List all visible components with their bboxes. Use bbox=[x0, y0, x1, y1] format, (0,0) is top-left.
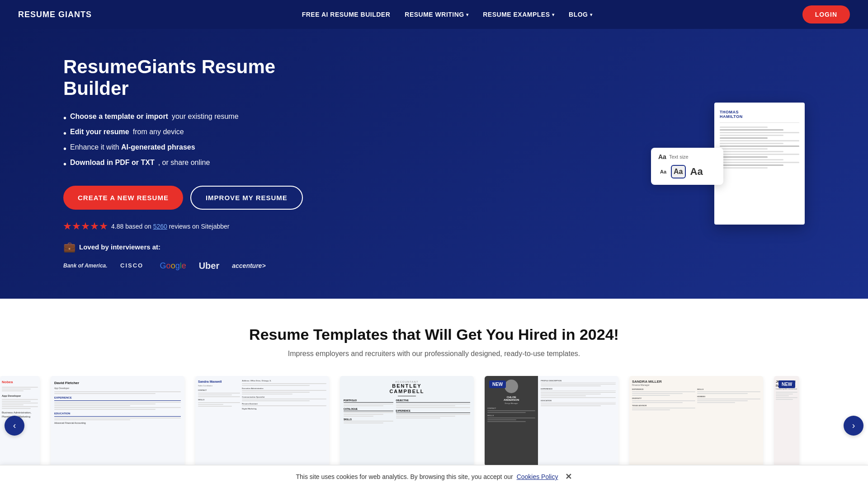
rating-link[interactable]: 5260 bbox=[153, 223, 167, 230]
nav-link-writing[interactable]: RESUME WRITING ▾ bbox=[405, 11, 468, 18]
star-2 bbox=[72, 222, 80, 230]
template-card-5[interactable]: SANDRA MILLER Finance Manager EXPERIENCE… bbox=[624, 376, 769, 466]
briefcase-icon: 💼 bbox=[63, 241, 75, 253]
star-5 bbox=[99, 222, 108, 230]
nav-link-blog[interactable]: BLOG ▾ bbox=[569, 11, 592, 18]
navigation: RESUME GIANTS FREE AI RESUME BUILDER RES… bbox=[0, 0, 868, 29]
hero-rating: 4.88 based on 5260 reviews on Sitejabber bbox=[63, 222, 316, 230]
hero-section: ResumeGiants Resume Builder Choose a tem… bbox=[0, 29, 868, 299]
templates-section: Resume Templates that Will Get You Hired… bbox=[0, 299, 868, 488]
nav-item-examples[interactable]: RESUME EXAMPLES ▾ bbox=[483, 11, 554, 18]
improve-resume-button[interactable]: IMPROVE MY RESUME bbox=[190, 186, 303, 210]
carousel-prev-button[interactable]: ‹ bbox=[5, 416, 24, 436]
resume-card-name: THOMASHAMILTON bbox=[720, 110, 799, 119]
create-resume-button[interactable]: CREATE A NEW RESUME bbox=[63, 186, 183, 210]
hero-loved-by: 💼 Loved by interviewers at: bbox=[63, 241, 316, 253]
text-size-medium[interactable]: Aa bbox=[672, 166, 684, 178]
chevron-down-icon: ▾ bbox=[552, 12, 555, 17]
hero-content: ResumeGiants Resume Builder Choose a tem… bbox=[63, 56, 316, 272]
company-bank-of-america: Bank of America. bbox=[63, 263, 108, 269]
new-badge-4: NEW bbox=[489, 380, 506, 388]
template-card-4[interactable]: NEW CHLOEANDERSON Design Manager CONTACT… bbox=[479, 376, 624, 466]
nav-item-blog[interactable]: BLOG ▾ bbox=[569, 11, 592, 18]
bullet-4: Download in PDF or TXT, or share online bbox=[63, 159, 316, 169]
brand-logo[interactable]: RESUME GIANTS bbox=[18, 10, 92, 19]
template-card-1[interactable]: David Fletcher App Developer EXPERIENCE bbox=[45, 376, 190, 466]
svg-text:CISCO: CISCO bbox=[120, 262, 143, 269]
nav-links: FREE AI RESUME BUILDER RESUME WRITING ▾ … bbox=[302, 11, 592, 18]
nav-item-writing[interactable]: RESUME WRITING ▾ bbox=[405, 11, 468, 18]
resume-card-header: THOMASHAMILTON bbox=[720, 110, 799, 123]
company-google: Google bbox=[160, 261, 186, 271]
templates-subtitle: Impress employers and recruiters with ou… bbox=[0, 350, 868, 358]
star-4 bbox=[90, 222, 99, 230]
hero-bullets: Choose a template or import your existin… bbox=[63, 113, 316, 169]
chevron-down-icon: ▾ bbox=[590, 12, 593, 17]
star-1 bbox=[63, 222, 71, 230]
login-button[interactable]: LOGIN bbox=[802, 5, 850, 23]
text-size-small[interactable]: Aa bbox=[658, 167, 668, 176]
resume-card-content bbox=[720, 127, 799, 169]
templates-carousel: ‹ Nobea App Developer Business Administr… bbox=[0, 376, 868, 475]
star-3 bbox=[81, 222, 90, 230]
carousel-next-button[interactable]: › bbox=[844, 416, 863, 436]
company-uber: Uber bbox=[199, 261, 220, 271]
text-size-large[interactable]: Aa bbox=[689, 164, 705, 179]
nav-item-builder[interactable]: FREE AI RESUME BUILDER bbox=[302, 11, 391, 18]
hero-title: ResumeGiants Resume Builder bbox=[63, 56, 316, 100]
hero-buttons: CREATE A NEW RESUME IMPROVE MY RESUME bbox=[63, 186, 316, 210]
cookies-policy-link[interactable]: Cookies Policy bbox=[517, 473, 558, 480]
text-size-options: Aa Aa Aa bbox=[658, 164, 716, 179]
bullet-1: Choose a template or import your existin… bbox=[63, 113, 316, 123]
star-rating bbox=[63, 222, 108, 230]
cookie-close-button[interactable]: ✕ bbox=[565, 472, 572, 482]
company-logos: Bank of America. CISCO Google Uber accen… bbox=[63, 260, 316, 272]
cookie-text: This site uses cookies for web analytics… bbox=[296, 473, 513, 480]
new-badge-6: NEW bbox=[778, 380, 795, 388]
text-size-label: Aa Text size bbox=[658, 153, 716, 160]
hero-visual: THOMASHAMILTON bbox=[687, 103, 832, 225]
template-card-2[interactable]: Sandra Maxwell Sales Coordinator CONTACT… bbox=[190, 376, 335, 466]
rating-text: 4.88 based on 5260 reviews on Sitejabber bbox=[111, 223, 230, 230]
chevron-down-icon: ▾ bbox=[466, 12, 469, 17]
bullet-2: Edit your resume from any device bbox=[63, 128, 316, 139]
resume-preview-card: THOMASHAMILTON bbox=[714, 103, 805, 225]
template-card-3[interactable]: ACCOUNTANT BENTLEYCAMPBELL PORTFOLIO CAT… bbox=[335, 376, 479, 466]
text-size-popup: Aa Text size Aa Aa Aa bbox=[651, 148, 723, 185]
templates-title: Resume Templates that Will Get You Hired… bbox=[0, 326, 868, 343]
nav-link-builder[interactable]: FREE AI RESUME BUILDER bbox=[302, 11, 391, 18]
bullet-3: Enhance it with AI-generated phrases bbox=[63, 143, 316, 154]
template-card-6[interactable]: NEW JONATHAN IVERS Certified public acco… bbox=[769, 376, 805, 466]
cookie-banner: This site uses cookies for web analytics… bbox=[0, 465, 868, 488]
company-cisco: CISCO bbox=[120, 260, 147, 272]
company-accenture: accenture> bbox=[232, 262, 265, 269]
nav-link-examples[interactable]: RESUME EXAMPLES ▾ bbox=[483, 11, 554, 18]
